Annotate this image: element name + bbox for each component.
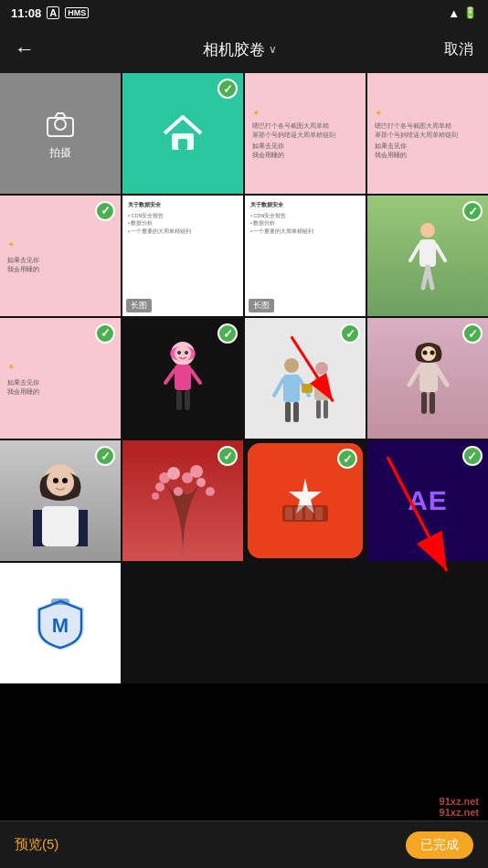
note-text3: 如果去见你 [252, 142, 284, 151]
svg-line-7 [428, 267, 432, 288]
svg-rect-23 [293, 402, 299, 422]
video-editor-item[interactable]: ✓ [248, 443, 363, 558]
pink-note-1[interactable]: ✦ 嗯巴打个各号截图大周单精 幂那个号妈喈逼大周单精链到 如果去见你 我会用睡的 [245, 73, 366, 194]
photo-girl-1[interactable]: ✓ [367, 196, 488, 316]
house-app-icon [134, 85, 231, 182]
star-deco4: ✦ [7, 361, 15, 374]
svg-point-46 [62, 478, 68, 483]
check-mark-illustrated: ✓ [340, 323, 360, 344]
watermark: 91xz.net 91xz.net [440, 796, 479, 818]
pink-note-2[interactable]: ✦ 嗯巴打个各号截图大周单精 幂那个号妈喈逼大周单精链到 如果去见你 我会用睡的 [367, 73, 488, 194]
doc-line3-b: • 一个重要的大周单精链到 [250, 228, 360, 235]
a-icon: A [47, 6, 59, 19]
check-mark-cherry: ✓ [217, 446, 238, 466]
note-d3: 如果去见你 [7, 378, 39, 387]
shield-visual: M [7, 570, 113, 676]
check-mark-ae: ✓ [462, 446, 483, 466]
svg-point-27 [315, 362, 328, 375]
svg-rect-16 [176, 390, 182, 410]
manga-girl-item[interactable]: ✓ [367, 318, 488, 439]
battery-icon: 🔋 [463, 6, 477, 19]
note-c3: 如果去见你 [7, 256, 39, 265]
svg-point-52 [196, 478, 206, 487]
svg-point-53 [190, 465, 203, 478]
doc-line1: • CDN安全报告 [128, 212, 238, 219]
long-badge-2: 长图 [249, 299, 274, 313]
svg-point-13 [175, 345, 191, 362]
portrait-item[interactable]: ✓ [0, 440, 121, 561]
svg-point-15 [185, 351, 188, 355]
note-text4: 我会用睡的 [252, 151, 284, 160]
white-doc-2[interactable]: 关于数据安全 • CDN安全报告 • 数据分析 • 一个重要的大周单精链到 长图 [245, 196, 366, 316]
house-app-item[interactable]: ✓ [122, 73, 243, 194]
svg-rect-61 [305, 507, 313, 520]
svg-rect-47 [42, 506, 79, 546]
svg-rect-12 [175, 365, 191, 390]
status-bar: 11:08 A HMS ▲ 🔋 [0, 0, 488, 26]
done-button[interactable]: 已完成 [406, 831, 473, 859]
svg-rect-30 [324, 400, 328, 418]
back-button[interactable]: ← [15, 37, 35, 61]
check-mark-video: ✓ [337, 449, 357, 469]
cancel-button[interactable]: 取消 [444, 40, 473, 59]
svg-point-49 [155, 482, 164, 492]
svg-line-38 [409, 368, 419, 385]
portrait-svg [33, 455, 88, 546]
ae-app-item[interactable]: AE ✓ [367, 440, 488, 561]
svg-rect-59 [285, 507, 292, 520]
cherry-item[interactable]: ✓ [122, 440, 243, 561]
svg-rect-29 [316, 400, 321, 418]
time-text: 11:08 [11, 6, 41, 20]
svg-point-20 [284, 358, 299, 373]
check-mark: ✓ [217, 79, 238, 99]
check-mark-portrait: ✓ [95, 446, 115, 466]
chevron-down-icon[interactable]: ∨ [269, 43, 277, 56]
check-mark-4: ✓ [95, 323, 115, 344]
nav-title-group: 相机胶卷 ∨ [203, 39, 277, 60]
doc-line3: • 一个重要的大周单精链到 [128, 228, 238, 235]
svg-line-18 [165, 370, 175, 383]
svg-point-36 [430, 351, 434, 355]
svg-rect-62 [315, 507, 323, 520]
long-badge-1: 长图 [126, 299, 152, 313]
doc-line2-b: • 数据分析 [250, 219, 360, 227]
video-editor-svg [278, 473, 333, 528]
manga-svg [403, 337, 453, 419]
note-text: 嗯巴打个各号截图大周单精 [252, 122, 329, 131]
check-mark-manga: ✓ [462, 323, 483, 344]
check-mark-3: ✓ [95, 201, 115, 221]
camera-item[interactable]: 拍摄 [0, 73, 121, 194]
preview-button[interactable]: 预览(5) [15, 836, 58, 853]
illustrated-item[interactable]: ✓ [245, 318, 366, 439]
watermark-line1: 91xz.net [440, 796, 479, 807]
camera-icon [44, 107, 77, 140]
photo-grid: 拍摄 ✓ ✦ 嗯巴打个各号截图大周单精 幂那个号妈喈逼大周单精链到 如果去见你 … [0, 73, 488, 683]
svg-point-45 [53, 478, 58, 483]
svg-rect-22 [285, 402, 291, 422]
svg-rect-1 [48, 118, 73, 136]
star-decoration: ✦ [252, 107, 260, 120]
doc-line1-b: • CDN安全报告 [250, 212, 360, 219]
svg-point-44 [47, 469, 74, 496]
person-svg [405, 219, 451, 292]
svg-point-35 [422, 351, 427, 355]
svg-line-8 [410, 245, 419, 260]
anime-char-item[interactable]: ✓ [122, 318, 243, 439]
bottom-bar: 预览(5) 已完成 [0, 820, 488, 868]
shield-app-item[interactable]: M [0, 563, 121, 683]
svg-point-50 [167, 467, 180, 480]
doc-line2: • 数据分析 [128, 219, 238, 227]
check-mark-girl1: ✓ [462, 201, 483, 221]
pink-note-4[interactable]: ✓ ✦ 如果去见你 我会用睡的 [0, 318, 121, 439]
pink-note-3[interactable]: ✓ ✦ 如果去见你 我会用睡的 [0, 196, 121, 316]
svg-point-54 [174, 487, 183, 496]
status-time: 11:08 A HMS [11, 6, 89, 20]
svg-text:M: M [51, 614, 68, 637]
svg-line-24 [274, 379, 283, 396]
white-doc-1[interactable]: 关于数据安全 • CDN安全报告 • 数据分析 • 一个重要的大周单精链到 长图 [122, 196, 243, 316]
anime-svg [158, 337, 208, 419]
status-icons: ▲ 🔋 [448, 6, 477, 20]
svg-rect-41 [430, 392, 435, 414]
doc-title-1: 关于数据安全 [128, 201, 238, 209]
house-svg [155, 106, 210, 161]
